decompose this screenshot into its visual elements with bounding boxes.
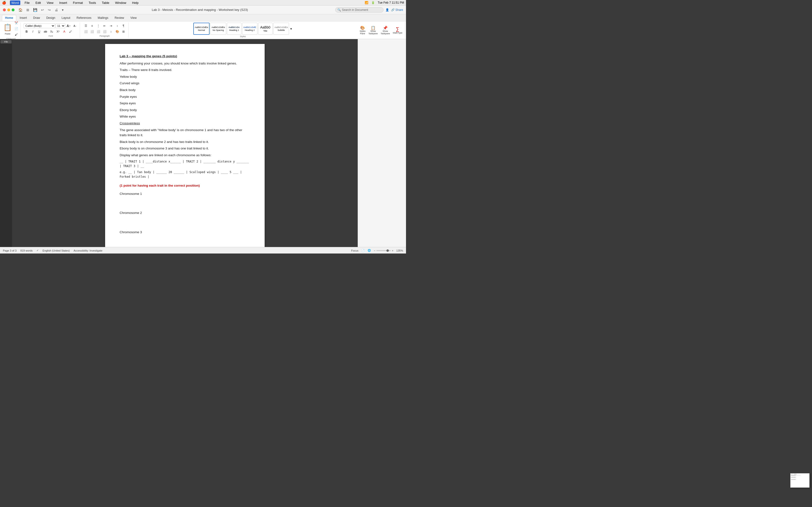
document-canvas[interactable]: Lab 3 – mapping the genes (5 points) Aft… xyxy=(12,39,358,247)
search-in-document-bar[interactable]: 🔍 Search in Document xyxy=(335,7,384,12)
accessibility-status[interactable]: Accessibility: Investigate xyxy=(74,249,102,252)
menu-help[interactable]: Help xyxy=(131,0,140,5)
minimize-button[interactable] xyxy=(7,8,10,11)
undo-icon[interactable]: ↩ xyxy=(40,7,45,12)
align-center-button[interactable]: ⬜ xyxy=(89,29,95,34)
styles-more-button[interactable]: ▾ xyxy=(290,26,292,31)
style-heading2-preview: AaBbCcDdE xyxy=(243,26,256,29)
redo-icon[interactable]: ↪ xyxy=(47,7,52,12)
zoom-thumb[interactable] xyxy=(387,249,389,252)
highlight-button[interactable]: 🖊 xyxy=(68,29,73,34)
bold-button[interactable]: B xyxy=(24,29,30,34)
align-left-button[interactable]: ⬜ xyxy=(83,29,89,34)
chromosome1-desc: The gene associated with 'Yellow body' i… xyxy=(120,127,250,138)
tab-home[interactable]: Home xyxy=(2,15,16,21)
tab-mailings[interactable]: Mailings xyxy=(95,15,111,20)
view-mode-web[interactable]: 🌐 xyxy=(367,249,371,252)
zoom-track[interactable] xyxy=(376,250,391,251)
cut-button[interactable]: ✂️ xyxy=(13,20,19,25)
menu-file[interactable]: File xyxy=(23,0,31,5)
document-area: File Lab 3 – mapping the genes (5 points… xyxy=(0,39,406,247)
bullets-button[interactable]: ☰ xyxy=(83,23,89,29)
zoom-out-button[interactable]: − xyxy=(374,249,375,252)
style-normal[interactable]: AaBbCcDdEe Normal xyxy=(193,23,210,35)
mathtype-icon: ∑ xyxy=(396,26,399,32)
tab-references[interactable]: References xyxy=(74,15,94,20)
paste-button[interactable]: 📋 xyxy=(2,22,13,32)
maximize-button[interactable] xyxy=(12,8,14,11)
document-page[interactable]: Lab 3 – mapping the genes (5 points) Aft… xyxy=(105,44,265,247)
format-painter-button[interactable]: 🖌 xyxy=(13,32,19,37)
style-no-spacing[interactable]: AaBbCcDdEe No Spacing xyxy=(210,23,226,35)
styles-pane-icon: 🎨 xyxy=(360,25,365,30)
menu-format[interactable]: Format xyxy=(71,0,84,5)
align-right-button[interactable]: ⬜ xyxy=(95,29,101,34)
borders-button[interactable]: ⊞ xyxy=(120,29,126,34)
style-normal-preview: AaBbCcDdEe xyxy=(195,26,208,29)
shrink-font-button[interactable]: A↓ xyxy=(72,23,78,29)
menu-tools[interactable]: Tools xyxy=(87,0,97,5)
style-title-label: Title xyxy=(263,30,267,32)
print-icon[interactable]: 🖨 xyxy=(54,7,59,12)
trait-white: White eyes xyxy=(120,114,250,119)
show-taskpane2-button[interactable]: 📌 ShowTaskpane xyxy=(379,24,391,36)
tab-review[interactable]: Review xyxy=(112,15,127,20)
customize-icon[interactable]: ▾ xyxy=(61,7,64,12)
view-mode-print[interactable]: 📄 xyxy=(361,249,365,252)
menu-insert[interactable]: Insert xyxy=(58,0,69,5)
tab-draw[interactable]: Draw xyxy=(30,15,43,20)
font-name-select[interactable]: Calibri (Body) xyxy=(24,23,55,28)
show-taskpane1-button[interactable]: 📋 ShowTaskpane xyxy=(367,24,379,36)
zoom-in-button[interactable]: + xyxy=(392,249,393,252)
subscript-button[interactable]: X₂ xyxy=(49,29,55,34)
indent-decrease-button[interactable]: ⇤ xyxy=(102,23,108,29)
indent-increase-button[interactable]: ⇥ xyxy=(108,23,114,29)
underline-button[interactable]: U xyxy=(36,29,42,34)
style-title[interactable]: AaBb0 Title xyxy=(258,23,272,35)
strikethrough-button[interactable]: ab xyxy=(43,29,48,34)
copy-button[interactable]: 📄 xyxy=(13,26,19,32)
chromosome1-space[interactable] xyxy=(120,198,250,207)
shading-button[interactable]: 🎨 xyxy=(114,29,120,34)
zoom-level[interactable]: 135% xyxy=(396,249,403,252)
styles-pane-button[interactable]: 🎨 StylesPane xyxy=(359,24,367,36)
menu-view[interactable]: View xyxy=(45,0,55,5)
show-marks-button[interactable]: ¶ xyxy=(120,23,126,29)
multilevel-button[interactable]: ⋮ xyxy=(95,23,101,29)
menu-table[interactable]: Table xyxy=(100,0,111,5)
tab-view[interactable]: View xyxy=(128,15,140,20)
tab-design[interactable]: Design xyxy=(43,15,58,20)
search-icon: 🔍 xyxy=(337,8,341,12)
grow-font-button[interactable]: A↑ xyxy=(66,23,71,29)
file-tab[interactable]: File xyxy=(0,40,12,44)
font-color-button[interactable]: A xyxy=(61,29,67,34)
zoom-control[interactable]: − + xyxy=(374,249,394,252)
close-button[interactable] xyxy=(3,8,6,11)
focus-button[interactable]: Focus xyxy=(351,249,358,252)
save-icon[interactable]: 💾 xyxy=(32,7,38,12)
apple-menu-icon[interactable]: 🍎 xyxy=(2,1,6,5)
style-heading2[interactable]: AaBbCcDdE Heading 2 xyxy=(242,23,257,35)
italic-button[interactable]: I xyxy=(30,29,36,34)
sort-button[interactable]: ↕ xyxy=(114,23,120,29)
tab-insert[interactable]: Insert xyxy=(17,15,30,20)
justify-button[interactable]: ⬜ xyxy=(102,29,108,34)
menu-edit[interactable]: Edit xyxy=(34,0,42,5)
numbering-button[interactable]: ≡ xyxy=(89,23,95,29)
language[interactable]: English (United States) xyxy=(43,249,70,252)
style-heading1[interactable]: AaBbCcDc Heading 1 xyxy=(227,23,242,35)
status-bar: Page 3 of 3 819 words ✓ English (United … xyxy=(0,247,406,253)
mathtype-button[interactable]: ∑ MathType xyxy=(392,24,403,36)
tab-layout[interactable]: Layout xyxy=(59,15,73,20)
home-icon[interactable]: 🏠 xyxy=(17,7,23,12)
font-size-select[interactable]: 11 xyxy=(56,23,65,28)
superscript-button[interactable]: X² xyxy=(55,29,61,34)
styles-group: AaBbCcDdEe Normal AaBbCcDdEe No Spacing … xyxy=(130,22,356,38)
line-spacing-button[interactable]: ↕ xyxy=(108,29,114,34)
spelling-check-icon[interactable]: ✓ xyxy=(37,249,39,252)
style-subtitle[interactable]: AaBbCcDdEe Subtitle xyxy=(273,23,289,35)
grid-icon[interactable]: ⊞ xyxy=(26,7,30,12)
menu-window[interactable]: Window xyxy=(114,0,128,5)
chromosome2-space[interactable] xyxy=(120,217,250,227)
share-button[interactable]: 🔗 Share xyxy=(391,8,403,12)
